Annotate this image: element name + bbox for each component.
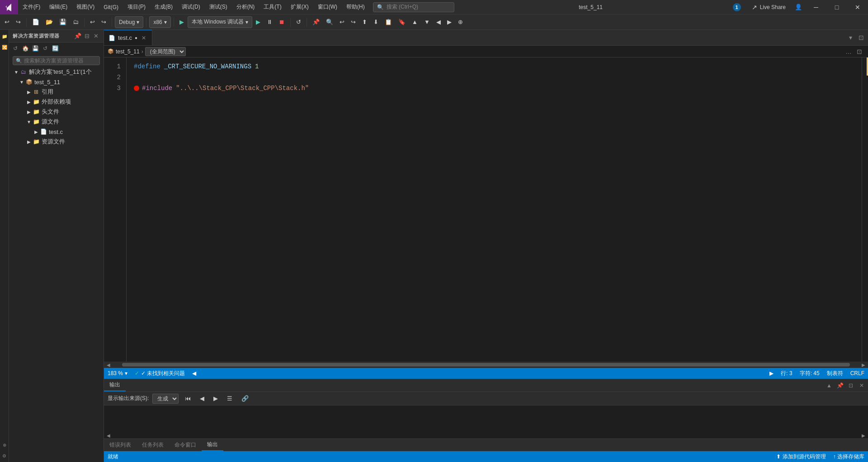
menu-debug[interactable]: 调试(D) — [177, 0, 205, 14]
user-profile[interactable]: 👤 — [791, 4, 806, 10]
menu-project[interactable]: 项目(P) — [123, 0, 150, 14]
toolbar-new[interactable]: 📄 — [29, 16, 42, 28]
status-zoom[interactable]: 183 % ▾ — [104, 368, 131, 379]
scroll-right-arrow[interactable]: ▶ — [859, 362, 868, 368]
bottom-source-control[interactable]: ⬆ 添加到源代码管理 — [773, 451, 830, 462]
title-search-box[interactable]: 🔍 搜索 (Ctrl+Q) — [373, 2, 454, 12]
menu-git[interactable]: Git(G) — [99, 0, 123, 14]
sidebar-tool-1[interactable]: ↺ — [11, 44, 20, 53]
minimize-button[interactable]: ─ — [806, 0, 826, 14]
scroll-left-arrow[interactable]: ◀ — [104, 362, 113, 368]
sidebar-tool-4[interactable]: ↺ — [41, 44, 50, 53]
dbg-btn-1[interactable]: 📌 — [310, 16, 322, 28]
panel-scroll-left[interactable]: ◀ — [104, 432, 113, 438]
activity-git[interactable]: 🔀 — [0, 43, 9, 52]
sidebar-split-btn[interactable]: ⊟ — [83, 32, 91, 40]
toolbar-save[interactable]: 💾 — [57, 16, 69, 28]
status-encoding[interactable]: CRLF — [847, 368, 868, 379]
tree-project[interactable]: ▼ 📦 test_5_11 — [9, 77, 104, 87]
sidebar-close-btn[interactable]: ✕ — [92, 32, 100, 40]
menu-file[interactable]: 文件(F) — [18, 0, 45, 14]
dbg-btn-9[interactable]: ▲ — [409, 16, 420, 28]
breadcrumb-scope-dropdown[interactable]: (全局范围) — [145, 47, 186, 56]
dbg-btn-6[interactable]: ⬇ — [371, 16, 381, 28]
panel-btn-5[interactable]: 🔗 — [239, 393, 251, 405]
tree-source-files[interactable]: ▼ 📁 源文件 — [9, 117, 104, 127]
dbg-btn-13[interactable]: ⊕ — [455, 16, 466, 28]
tab-maximize-btn[interactable]: ⊡ — [856, 33, 866, 43]
maximize-button[interactable]: □ — [826, 0, 847, 14]
pause-btn[interactable]: ⏸ — [264, 16, 275, 28]
tab-close-btn[interactable]: ✕ — [140, 34, 147, 42]
tree-header-files[interactable]: ▶ 📁 头文件 — [9, 107, 104, 117]
menu-extensions[interactable]: 扩展(X) — [286, 0, 313, 14]
tree-external-deps[interactable]: ▶ 📁 外部依赖项 — [9, 97, 104, 107]
continue-btn[interactable]: ▶ — [253, 16, 263, 28]
tree-test-c[interactable]: ▶ 📄 test.c — [9, 127, 104, 137]
toolbar-btn-1[interactable]: ↩ — [2, 16, 12, 28]
panel-close-btn[interactable]: ✕ — [857, 381, 866, 390]
menu-test[interactable]: 测试(S) — [205, 0, 232, 14]
panel-btn-3[interactable]: ▶ — [211, 393, 221, 405]
panel-tab-errors[interactable]: 错误列表 — [104, 439, 137, 451]
menu-analyze[interactable]: 分析(N) — [232, 0, 259, 14]
bottom-git-status[interactable]: ↑ 选择存储库 — [830, 451, 868, 462]
run-button[interactable]: ▶ — [177, 16, 187, 28]
horizontal-scrollbar[interactable]: ◀ ▶ — [104, 362, 868, 368]
dbg-btn-11[interactable]: ◀ — [434, 16, 443, 28]
panel-pin-btn[interactable]: 📌 — [835, 381, 844, 390]
code-content[interactable]: #define _CRT_SECURE_NO_WARNINGS 1 #inclu… — [127, 57, 862, 362]
panel-tab-tasks[interactable]: 任务列表 — [137, 439, 169, 451]
tree-solution-root[interactable]: ▼ 🗂 解决方案'test_5_11'(1个 — [9, 67, 104, 77]
status-nav-left[interactable]: ◀ — [189, 368, 200, 379]
dbg-btn-2[interactable]: 🔍 — [323, 16, 336, 28]
panel-output-title[interactable]: 输出 — [104, 379, 126, 391]
breadcrumb-more-btn[interactable]: … — [844, 47, 854, 57]
panel-action-1[interactable]: ▲ — [825, 381, 834, 390]
panel-scrollbar[interactable]: ◀ ▶ — [104, 432, 868, 438]
menu-help[interactable]: 帮助(H) — [342, 0, 369, 14]
run-target-dropdown[interactable]: 本地 Windows 调试器 ▾ — [188, 16, 252, 28]
platform-dropdown[interactable]: x86 ▾ — [149, 16, 170, 28]
panel-btn-2[interactable]: ◀ — [197, 393, 207, 405]
menu-tools[interactable]: 工具(T) — [259, 0, 286, 14]
sidebar-tool-2[interactable]: 🏠 — [21, 44, 30, 53]
panel-tab-command[interactable]: 命令窗口 — [169, 439, 202, 451]
sidebar-tool-3[interactable]: 💾 — [31, 44, 40, 53]
debug-config-dropdown[interactable]: Debug ▾ — [115, 16, 143, 28]
dbg-btn-7[interactable]: 📋 — [382, 16, 395, 28]
menu-build[interactable]: 生成(B) — [150, 0, 177, 14]
sidebar-search-input[interactable] — [24, 57, 97, 64]
dbg-btn-8[interactable]: 🔖 — [396, 16, 408, 28]
panel-btn-4[interactable]: ☰ — [224, 393, 235, 405]
dbg-btn-4[interactable]: ↪ — [348, 16, 359, 28]
status-nav-right[interactable]: ▶ — [766, 368, 777, 379]
menu-edit[interactable]: 编辑(E) — [45, 0, 72, 14]
restart-btn[interactable]: ↺ — [293, 16, 304, 28]
status-row[interactable]: 行: 3 — [777, 368, 796, 379]
right-scrollbar[interactable] — [862, 57, 868, 362]
panel-btn-1[interactable]: ⏮ — [182, 393, 193, 405]
tree-resource-files[interactable]: ▶ 📁 资源文件 — [9, 137, 104, 147]
live-share-button[interactable]: ↗ Live Share — [746, 4, 791, 11]
toolbar-save-all[interactable]: 🗂 — [70, 16, 81, 28]
sidebar-search-box[interactable]: 🔍 — [13, 56, 100, 65]
activity-bottom-2[interactable]: ⚙ — [0, 451, 9, 460]
dbg-btn-3[interactable]: ↩ — [337, 16, 347, 28]
toolbar-open[interactable]: 📂 — [43, 16, 56, 28]
panel-maximize-btn[interactable]: ⊡ — [846, 381, 855, 390]
panel-scroll-right[interactable]: ▶ — [859, 432, 868, 438]
activity-solution-explorer[interactable]: 📁 — [0, 32, 9, 41]
dbg-btn-12[interactable]: ▶ — [444, 16, 454, 28]
breadcrumb-project[interactable]: 📦 test_5_11 — [108, 48, 140, 55]
toolbar-undo[interactable]: ↩ — [87, 16, 98, 28]
dbg-btn-5[interactable]: ⬆ — [359, 16, 370, 28]
menu-view[interactable]: 视图(V) — [72, 0, 99, 14]
stop-btn[interactable]: ⏹ — [276, 16, 288, 28]
menu-window[interactable]: 窗口(W) — [313, 0, 342, 14]
tab-test-c[interactable]: 📄 test.c ● ✕ — [104, 30, 152, 45]
close-button[interactable]: ✕ — [847, 0, 868, 14]
status-errors[interactable]: ✓ ✓ 未找到相关问题 — [131, 368, 189, 379]
toolbar-redo[interactable]: ↪ — [99, 16, 109, 28]
panel-tab-output[interactable]: 输出 — [202, 439, 223, 451]
